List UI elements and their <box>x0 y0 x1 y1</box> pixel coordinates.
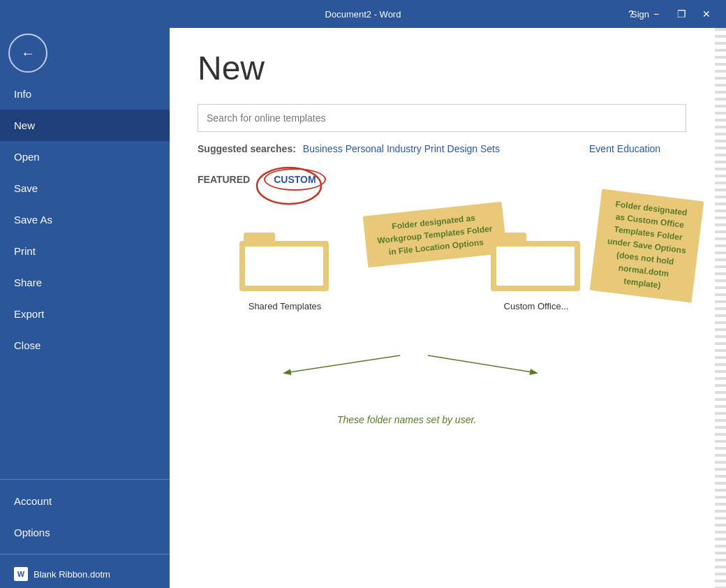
annotation-arrows <box>198 348 630 404</box>
search-link-business[interactable]: Business <box>303 143 343 154</box>
shared-templates-label: Shared Templates <box>239 301 330 311</box>
sidebar-divider-2 <box>0 554 170 554</box>
recent-file-name: Blank Ribbon.dotm <box>34 569 110 580</box>
recent-file-item[interactable]: W Blank Ribbon.dotm <box>0 560 170 588</box>
sidebar-item-print[interactable]: Print <box>0 235 170 267</box>
sidebar-item-new[interactable]: New <box>0 110 170 141</box>
search-link-designsets[interactable]: Design Sets <box>447 143 500 154</box>
search-link-personal[interactable]: Personal <box>346 143 384 154</box>
bottom-annotation: These folder names set by user. <box>337 414 476 425</box>
svg-line-8 <box>428 355 536 373</box>
page-title: New <box>198 49 698 87</box>
custom-office-folder[interactable]: Custom Office... <box>491 223 581 311</box>
sidebar-item-account[interactable]: Account <box>0 485 170 517</box>
search-link-industry[interactable]: Industry <box>387 143 422 154</box>
sidebar-item-save[interactable]: Save <box>0 172 170 204</box>
svg-line-7 <box>285 355 400 373</box>
sidebar-bottom: Account Options W Blank Ribbon.dotm <box>0 473 170 588</box>
svg-rect-3 <box>245 247 323 286</box>
custom-folder-tooltip: Folder designated as Custom Office Templ… <box>590 189 704 303</box>
sidebar-item-saveas[interactable]: Save As <box>0 204 170 235</box>
maximize-button[interactable]: ❐ <box>670 4 692 24</box>
sidebar-item-close[interactable]: Close <box>0 330 170 361</box>
suggested-searches: Suggested searches: Business Personal In… <box>198 143 698 154</box>
sidebar-item-info[interactable]: Info <box>0 78 170 110</box>
shared-templates-folder[interactable]: Shared Templates <box>239 223 330 311</box>
tab-featured[interactable]: FEATURED <box>198 171 250 188</box>
tabs-row: FEATURED CUSTOM <box>198 171 698 188</box>
sidebar-item-open[interactable]: Open <box>0 141 170 172</box>
word-file-icon: W <box>14 567 28 581</box>
sidebar: ← Info New Open Save Save As Print Share… <box>0 28 170 588</box>
sidebar-item-share[interactable]: Share <box>0 267 170 298</box>
sidebar-item-options[interactable]: Options <box>0 517 170 548</box>
suggested-label: Suggested searches: <box>198 143 296 154</box>
sidebar-item-export[interactable]: Export <box>0 298 170 330</box>
shared-folder-tooltip: Folder designated as Workgroup Templates… <box>363 202 508 268</box>
svg-rect-6 <box>496 247 575 286</box>
search-link-event[interactable]: Event <box>589 143 614 154</box>
search-input[interactable] <box>198 104 686 132</box>
sidebar-divider <box>0 479 170 480</box>
app-body: ← Info New Open Save Save As Print Share… <box>0 28 726 588</box>
close-button[interactable]: ✕ <box>695 4 718 24</box>
folder-icon-custom <box>491 223 581 293</box>
folder-icon-shared <box>239 223 330 293</box>
search-link-education[interactable]: Education <box>617 143 660 154</box>
tab-custom-wrapper: CUSTOM <box>264 173 325 186</box>
main-content: New Suggested searches: Business Persona… <box>170 28 726 588</box>
custom-office-label: Custom Office... <box>491 301 581 311</box>
back-button[interactable]: ← <box>8 34 47 73</box>
sign-in-text[interactable]: Sign <box>631 9 649 20</box>
templates-area: Shared Templates Folder designated as Wo… <box>198 209 698 432</box>
tab-custom[interactable]: CUSTOM <box>264 168 325 191</box>
title-bar: Document2 - Word Sign ? − ❐ ✕ <box>0 0 726 28</box>
search-link-print[interactable]: Print <box>424 143 445 154</box>
window-title: Document2 - Word <box>325 9 401 20</box>
